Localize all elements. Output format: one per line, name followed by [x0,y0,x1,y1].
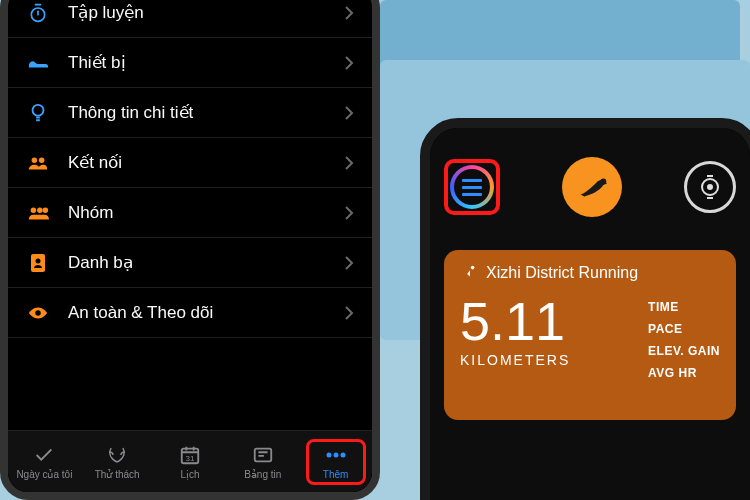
contacts-icon [26,251,50,275]
watch-button[interactable] [684,161,736,213]
menu-item-label: Kết nối [68,152,344,173]
activity-badge[interactable] [514,157,670,217]
stat-label: ELEV. GAIN [648,344,720,358]
svg-point-12 [326,452,331,457]
menu-item-label: Thiết bị [68,52,344,73]
tab-more[interactable]: Thêm [306,439,366,485]
watch-icon [697,174,723,200]
svg-point-8 [36,258,41,263]
eye-icon [26,301,50,325]
news-icon [252,444,274,466]
settings-menu: Tập luyện Thiết bị Thông tin chi tiết [8,0,372,430]
stopwatch-icon [26,1,50,25]
chevron-right-icon [344,205,354,221]
stat-label: AVG HR [648,366,720,380]
bottom-tab-bar: Ngày của tôi Thử thách 31 Lịch Bảng t [8,430,372,492]
activity-stats-column: TIME PACE ELEV. GAIN AVG HR [648,264,720,406]
tab-label: Bảng tin [244,469,281,480]
group-icon [26,151,50,175]
calendar-icon: 31 [179,444,201,466]
tab-my-day[interactable]: Ngày của tôi [14,444,74,480]
hamburger-icon [462,179,482,196]
svg-point-17 [708,185,712,189]
activity-title: Xizhi District Running [486,264,638,282]
chevron-right-icon [344,5,354,21]
menu-item-insights[interactable]: Thông tin chi tiết [8,88,372,138]
activity-title-row: Xizhi District Running [460,264,638,282]
tab-label: Thử thách [95,469,140,480]
shoe-icon [26,51,50,75]
chevron-right-icon [344,55,354,71]
stat-label: PACE [648,322,720,336]
group-icon [26,201,50,225]
calendar-day: 31 [179,454,201,463]
tab-challenges[interactable]: Thử thách [87,444,147,480]
menu-item-contacts[interactable]: Danh bạ [8,238,372,288]
more-dots-icon [324,444,348,466]
tab-label: Thêm [323,469,349,480]
svg-point-14 [340,452,345,457]
chevron-right-icon [344,105,354,121]
svg-point-9 [35,310,41,316]
metric-value: 5.11 [460,294,638,348]
right-phone-frame: Xizhi District Running 5.11 KILOMETERS T… [420,118,750,500]
tab-label: Ngày của tôi [16,469,72,480]
svg-point-5 [37,207,43,213]
svg-point-13 [333,452,338,457]
chevron-right-icon [344,255,354,271]
svg-point-6 [43,207,49,213]
chevron-right-icon [344,305,354,321]
laurel-icon [105,444,129,466]
runner-icon [562,157,622,217]
svg-point-3 [39,157,44,163]
runner-small-icon [460,264,478,282]
activity-card[interactable]: Xizhi District Running 5.11 KILOMETERS T… [444,250,736,420]
tab-label: Lịch [180,469,199,480]
chevron-right-icon [344,155,354,171]
menu-item-safety-tracking[interactable]: An toàn & Theo dõi [8,288,372,338]
svg-point-1 [33,104,44,115]
tab-newsfeed[interactable]: Bảng tin [233,444,293,480]
metric-unit: KILOMETERS [460,352,638,368]
svg-point-18 [471,266,475,270]
menu-item-label: Tập luyện [68,2,344,23]
app-top-bar [430,128,750,218]
right-phone-screen: Xizhi District Running 5.11 KILOMETERS T… [430,128,750,500]
left-phone-screen: Tập luyện Thiết bị Thông tin chi tiết [8,0,372,492]
stat-label: TIME [648,300,720,314]
checkmark-icon [33,444,55,466]
left-phone-frame: Tập luyện Thiết bị Thông tin chi tiết [0,0,380,500]
menu-item-label: Nhóm [68,203,344,223]
svg-point-4 [31,207,37,213]
menu-item-label: An toàn & Theo dõi [68,303,344,323]
menu-item-label: Danh bạ [68,252,344,273]
menu-item-gear[interactable]: Thiết bị [8,38,372,88]
menu-button[interactable] [450,165,494,209]
menu-item-connections[interactable]: Kết nối [8,138,372,188]
menu-item-label: Thông tin chi tiết [68,102,344,123]
bulb-icon [26,101,50,125]
menu-button-highlight [444,159,500,215]
tab-calendar[interactable]: 31 Lịch [160,444,220,480]
svg-point-2 [32,157,37,163]
menu-item-training[interactable]: Tập luyện [8,0,372,38]
svg-point-15 [601,178,607,184]
menu-item-groups[interactable]: Nhóm [8,188,372,238]
